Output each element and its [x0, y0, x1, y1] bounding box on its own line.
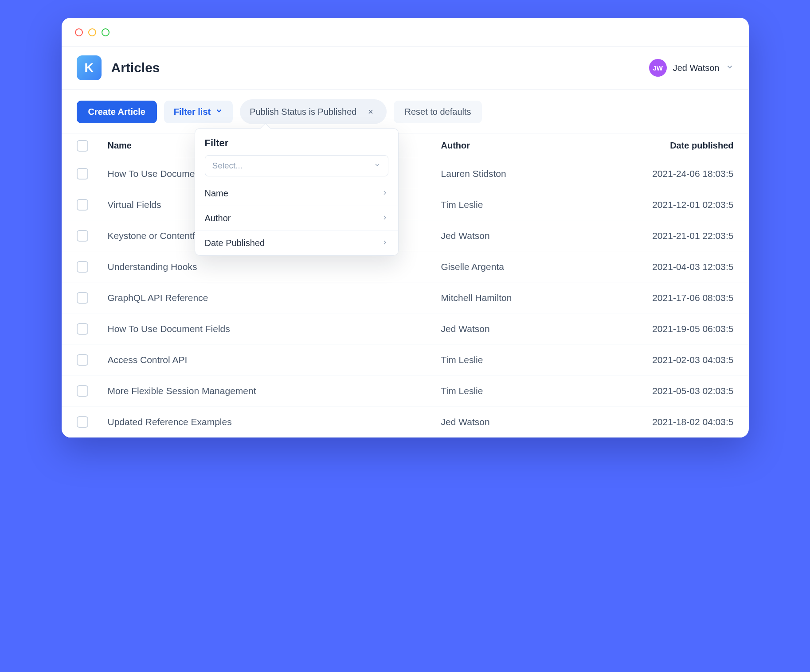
- app-logo-icon[interactable]: K: [77, 55, 102, 80]
- filter-popover: Filter Select... NameAuthorDate Publishe…: [195, 128, 399, 256]
- column-header-date[interactable]: Date published: [592, 141, 734, 151]
- user-menu[interactable]: JW Jed Watson: [649, 59, 734, 77]
- app-header: K Articles JW Jed Watson: [62, 47, 749, 90]
- filter-popover-title: Filter: [195, 129, 398, 155]
- filter-list-button[interactable]: Filter list: [164, 101, 233, 123]
- cell-name: Updated Reference Examples: [108, 417, 441, 427]
- filter-chip[interactable]: Publish Status is Published: [240, 99, 387, 124]
- cell-author: Giselle Argenta: [441, 262, 592, 272]
- filter-option-label: Name: [205, 188, 228, 199]
- articles-table: Name Author Date published How To Use Do…: [62, 133, 749, 438]
- table-row[interactable]: Keystone or Contentful — Which One?Jed W…: [62, 220, 749, 251]
- cell-date: 2021-17-06 08:03:5: [592, 293, 734, 303]
- cell-author: Jed Watson: [441, 231, 592, 241]
- row-checkbox[interactable]: [77, 292, 88, 304]
- cell-author: Mitchell Hamilton: [441, 293, 592, 303]
- window-minimize-dot[interactable]: [88, 28, 96, 36]
- filter-select-field[interactable]: Select...: [205, 155, 388, 176]
- filter-option-label: Author: [205, 213, 231, 223]
- table-row[interactable]: More Flexible Session ManagementTim Lesl…: [62, 375, 749, 406]
- filter-option-label: Date Published: [205, 238, 265, 248]
- table-row[interactable]: Understanding HooksGiselle Argenta2021-0…: [62, 251, 749, 282]
- row-checkbox[interactable]: [77, 416, 88, 428]
- cell-author: Tim Leslie: [441, 386, 592, 396]
- chevron-right-icon: [381, 238, 388, 248]
- user-name-label: Jed Watson: [673, 63, 720, 73]
- content-area: Name Author Date published How To Use Do…: [62, 133, 749, 438]
- cell-date: 2021-05-03 02:03:5: [592, 386, 734, 396]
- cell-name: Access Control API: [108, 355, 441, 365]
- reset-filters-button[interactable]: Reset to defaults: [394, 101, 481, 123]
- cell-author: Tim Leslie: [441, 355, 592, 365]
- cell-date: 2021-04-03 12:03:5: [592, 262, 734, 272]
- cell-date: 2021-18-02 04:03:5: [592, 417, 734, 427]
- table-header-row: Name Author Date published: [62, 133, 749, 158]
- table-row[interactable]: GraphQL API ReferenceMitchell Hamilton20…: [62, 282, 749, 313]
- chevron-down-icon: [215, 107, 223, 117]
- chevron-right-icon: [381, 188, 388, 199]
- cell-name: Understanding Hooks: [108, 262, 441, 272]
- table-row[interactable]: How To Use Document FollowersLauren Stid…: [62, 158, 749, 189]
- filter-chip-label: Publish Status is Published: [250, 107, 356, 117]
- row-checkbox[interactable]: [77, 354, 88, 366]
- cell-author: Jed Watson: [441, 417, 592, 427]
- table-row[interactable]: Updated Reference ExamplesJed Watson2021…: [62, 406, 749, 438]
- avatar: JW: [649, 59, 667, 77]
- cell-name: More Flexible Session Management: [108, 386, 441, 396]
- cell-name: How To Use Document Fields: [108, 324, 441, 334]
- chevron-down-icon: [374, 161, 381, 171]
- filter-select-placeholder: Select...: [212, 161, 243, 171]
- row-checkbox[interactable]: [77, 261, 88, 273]
- window-maximize-dot[interactable]: [102, 28, 110, 36]
- header-left: K Articles: [77, 55, 160, 80]
- filter-list-label: Filter list: [174, 107, 211, 117]
- cell-author: Tim Leslie: [441, 199, 592, 210]
- window-titlebar: [62, 18, 749, 47]
- row-checkbox[interactable]: [77, 323, 88, 335]
- filter-options-list: NameAuthorDate Published: [195, 181, 398, 255]
- select-all-checkbox[interactable]: [77, 140, 88, 152]
- page-title: Articles: [111, 60, 160, 75]
- row-checkbox[interactable]: [77, 199, 88, 211]
- filter-option[interactable]: Date Published: [195, 231, 398, 255]
- cell-date: 2021-19-05 06:03:5: [592, 324, 734, 334]
- table-body: How To Use Document FollowersLauren Stid…: [62, 158, 749, 438]
- cell-date: 2021-24-06 18:03:5: [592, 168, 734, 179]
- close-icon[interactable]: [364, 105, 377, 118]
- table-row[interactable]: Access Control APITim Leslie2021-02-03 0…: [62, 344, 749, 375]
- row-checkbox[interactable]: [77, 385, 88, 397]
- create-article-button[interactable]: Create Article: [77, 101, 157, 123]
- app-window: K Articles JW Jed Watson Create Article …: [62, 18, 749, 438]
- filter-option[interactable]: Name: [195, 181, 398, 206]
- filter-option[interactable]: Author: [195, 206, 398, 231]
- cell-name: GraphQL API Reference: [108, 293, 441, 303]
- table-row[interactable]: Virtual FieldsTim Leslie2021-12-01 02:03…: [62, 189, 749, 220]
- row-checkbox[interactable]: [77, 168, 88, 180]
- row-checkbox[interactable]: [77, 230, 88, 242]
- cell-date: 2021-02-03 04:03:5: [592, 355, 734, 365]
- cell-date: 2021-12-01 02:03:5: [592, 199, 734, 210]
- toolbar: Create Article Filter list Publish Statu…: [62, 90, 749, 133]
- table-row[interactable]: How To Use Document FieldsJed Watson2021…: [62, 313, 749, 344]
- window-close-dot[interactable]: [75, 28, 83, 36]
- chevron-right-icon: [381, 213, 388, 223]
- cell-author: Lauren Stidston: [441, 168, 592, 179]
- column-header-author[interactable]: Author: [441, 141, 592, 151]
- cell-author: Jed Watson: [441, 324, 592, 334]
- cell-date: 2021-21-01 22:03:5: [592, 231, 734, 241]
- chevron-down-icon: [726, 63, 734, 73]
